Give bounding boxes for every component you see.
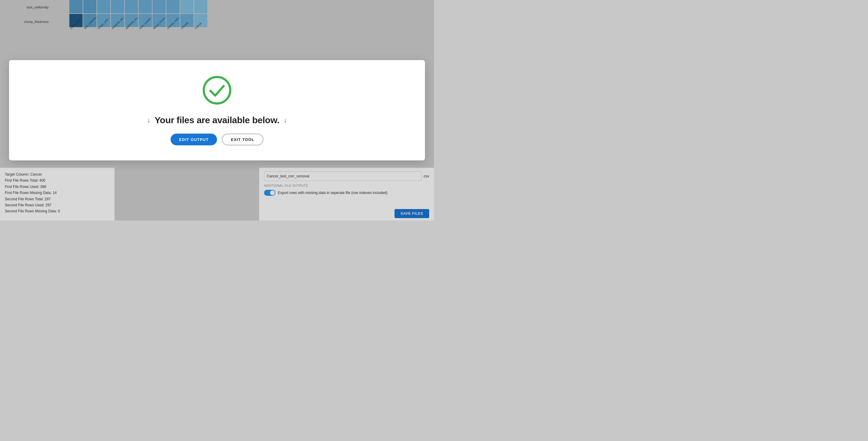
arrow-right-icon: ↓ bbox=[284, 116, 287, 124]
files-available-row: ↓ Your files are available below. ↓ bbox=[147, 115, 287, 125]
arrow-left-icon: ↓ bbox=[147, 116, 150, 124]
files-available-text: Your files are available below. bbox=[155, 115, 279, 125]
success-check-icon bbox=[202, 75, 232, 105]
success-icon-wrap bbox=[202, 75, 232, 107]
svg-point-0 bbox=[204, 77, 230, 104]
modal-dialog: ↓ Your files are available below. ↓ EDIT… bbox=[9, 60, 425, 161]
exit-tool-button[interactable]: EXIT TOOL bbox=[222, 134, 264, 146]
modal-buttons: EDIT OUTPUT EXIT TOOL bbox=[170, 134, 264, 146]
edit-output-button[interactable]: EDIT OUTPUT bbox=[170, 134, 217, 146]
